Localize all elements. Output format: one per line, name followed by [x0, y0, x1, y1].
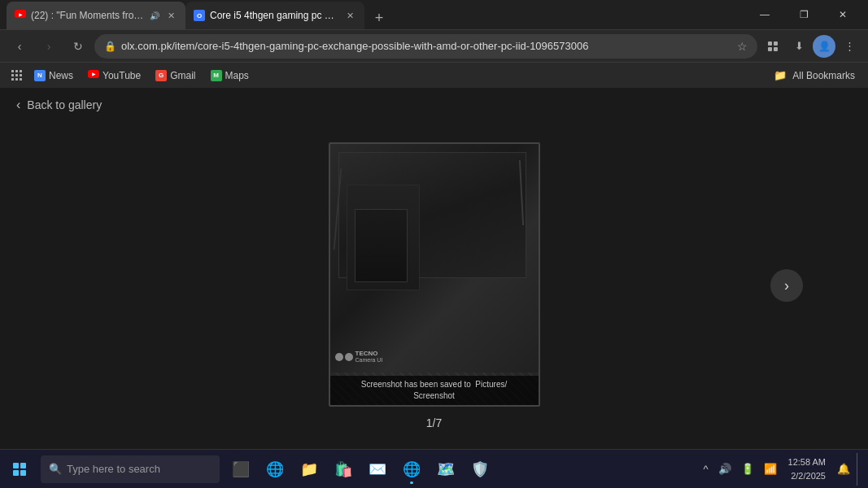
watermark-circles [335, 353, 353, 361]
svg-rect-1 [774, 41, 778, 46]
bookmark-youtube-label: YouTube [103, 70, 141, 81]
microsoft-store-icon: 🛍️ [334, 460, 352, 478]
new-tab-button[interactable]: + [368, 7, 390, 29]
close-button[interactable]: ✕ [824, 2, 861, 28]
back-arrow-icon: ‹ [16, 98, 20, 112]
gmail-favicon: G [155, 70, 167, 81]
windows-logo-icon [13, 463, 26, 476]
system-clock[interactable]: 12:58 AM 2/2/2025 [783, 455, 831, 482]
gallery-next-arrow[interactable]: › [770, 269, 803, 302]
system-time: 12:58 AM [788, 455, 826, 469]
bookmarks-bar: N News YouTube G Gmail M Maps 📁 All Book… [0, 62, 868, 88]
edge-icon: 🌐 [266, 460, 284, 478]
taskbar-search[interactable]: 🔍 Type here to search [41, 455, 220, 483]
next-arrow-icon: › [784, 277, 789, 294]
olx-tab-favicon: O [194, 10, 205, 21]
pc-photo: TECNO Camera UI Screenshot has been save… [330, 144, 539, 405]
bookmark-maps-label: Maps [225, 70, 249, 81]
screenshot-saved-text: Screenshot has been saved to Pictures/ S… [361, 380, 508, 400]
nav-bar: ‹ › ↻ 🔒 olx.com.pk/item/core-i5-4thgen-g… [0, 29, 868, 62]
taskbar-apps: ⬛ 🌐 📁 🛍️ ✉️ 🌐 🗺️ 🛡️ [225, 453, 496, 486]
bookmark-youtube[interactable]: YouTube [81, 67, 147, 85]
taskbar-mail[interactable]: ✉️ [361, 453, 394, 486]
taskbar-search-icon: 🔍 [49, 463, 62, 475]
youtube-tab-favicon [15, 10, 26, 21]
taskbar-store[interactable]: 🛍️ [327, 453, 360, 486]
image-wrapper: TECNO Camera UI Screenshot has been save… [329, 142, 540, 429]
minimize-button[interactable]: — [746, 2, 783, 28]
screenshot-saved-overlay: Screenshot has been saved to Pictures/ S… [330, 376, 539, 405]
tab-youtube-close[interactable]: ✕ [164, 9, 177, 22]
url-text: olx.com.pk/item/core-i5-4thgen-gaming-pc… [121, 40, 732, 52]
bookmark-star-icon[interactable]: ☆ [737, 40, 748, 53]
title-bar: (22) : "Fun Moments from ( 🔊 ✕ O Core i5… [0, 0, 868, 29]
all-bookmarks-label: All Bookmarks [792, 70, 855, 81]
tab-olx[interactable]: O Core i5 4thgen gaming pc exch ✕ [185, 2, 364, 29]
taskbar-task-view[interactable]: ⬛ [225, 453, 257, 486]
all-bookmarks-button[interactable]: 📁 All Bookmarks [767, 66, 861, 85]
menu-button[interactable]: ⋮ [837, 34, 861, 59]
nav-actions: ⬇ 👤 ⋮ [761, 34, 861, 59]
taskbar-explorer[interactable]: 📁 [293, 453, 325, 486]
back-button[interactable]: ‹ [7, 33, 33, 59]
maps-app-icon: 🗺️ [437, 460, 455, 478]
security-lock-icon: 🔒 [104, 41, 116, 52]
bookmark-news-label: News [49, 70, 73, 81]
system-tray: ^ 🔊 🔋 📶 [700, 461, 779, 477]
tab-youtube-title: (22) : "Fun Moments from ( [31, 10, 145, 21]
taskbar: 🔍 Type here to search ⬛ 🌐 📁 🛍️ ✉️ 🌐 [0, 449, 868, 488]
bookmark-news[interactable]: N News [28, 67, 80, 85]
security-icon: 🛡️ [471, 460, 489, 478]
page-content: ‹ Back to gallery [0, 88, 868, 449]
taskbar-maps-app[interactable]: 🗺️ [430, 453, 462, 486]
browser-frame: (22) : "Fun Moments from ( 🔊 ✕ O Core i5… [0, 0, 868, 488]
extensions-button[interactable] [761, 34, 785, 59]
chrome-icon: 🌐 [403, 460, 421, 478]
gallery-main-image: TECNO Camera UI Screenshot has been save… [329, 142, 540, 407]
task-view-icon: ⬛ [232, 460, 250, 478]
apps-grid-button[interactable] [7, 66, 26, 85]
youtube-bm-favicon [88, 70, 99, 81]
notification-button[interactable]: 🔔 [834, 461, 853, 477]
audio-icon: 🔊 [150, 11, 159, 20]
bookmark-gmail-label: Gmail [170, 70, 195, 81]
maps-favicon: M [211, 70, 222, 81]
address-bar[interactable]: 🔒 olx.com.pk/item/core-i5-4thgen-gaming-… [94, 34, 757, 59]
taskbar-security[interactable]: 🛡️ [464, 453, 496, 486]
svg-rect-2 [768, 47, 772, 51]
bookmarks-right: 📁 All Bookmarks [767, 66, 861, 85]
tab-group: (22) : "Fun Moments from ( 🔊 ✕ O Core i5… [7, 0, 743, 29]
taskbar-search-placeholder: Type here to search [67, 463, 160, 475]
system-date: 2/2/2025 [788, 469, 826, 483]
bookmark-gmail[interactable]: G Gmail [149, 67, 202, 85]
image-counter: 1/7 [426, 416, 442, 429]
download-button[interactable]: ⬇ [787, 34, 811, 59]
news-favicon: N [34, 70, 46, 81]
tab-olx-title: Core i5 4thgen gaming pc exch [210, 10, 338, 21]
svg-rect-0 [768, 41, 772, 46]
gallery-container: TECNO Camera UI Screenshot has been save… [0, 122, 868, 449]
taskbar-chrome[interactable]: 🌐 [395, 453, 428, 486]
watermark: TECNO Camera UI [335, 350, 383, 364]
reload-button[interactable]: ↻ [65, 33, 91, 59]
profile-button[interactable]: 👤 [813, 35, 835, 58]
back-to-gallery-button[interactable]: ‹ Back to gallery [0, 88, 868, 122]
file-explorer-icon: 📁 [300, 460, 318, 478]
tab-youtube[interactable]: (22) : "Fun Moments from ( 🔊 ✕ [7, 2, 185, 29]
network-icon[interactable]: 📶 [761, 461, 780, 477]
hidden-icons-button[interactable]: ^ [700, 461, 711, 477]
svg-rect-3 [774, 47, 778, 51]
back-to-gallery-label: Back to gallery [27, 98, 102, 111]
show-desktop-button[interactable] [857, 453, 861, 486]
tab-olx-close[interactable]: ✕ [343, 9, 356, 22]
battery-icon[interactable]: 🔋 [738, 461, 757, 477]
maximize-button[interactable]: ❐ [785, 2, 822, 28]
bookmark-maps[interactable]: M Maps [204, 67, 255, 85]
forward-button[interactable]: › [36, 33, 62, 59]
volume-icon[interactable]: 🔊 [715, 461, 735, 477]
mail-icon: ✉️ [369, 460, 386, 478]
taskbar-edge[interactable]: 🌐 [259, 453, 291, 486]
start-button[interactable] [3, 453, 36, 486]
taskbar-right: ^ 🔊 🔋 📶 12:58 AM 2/2/2025 🔔 [700, 453, 865, 486]
window-controls: — ❐ ✕ [746, 2, 861, 28]
